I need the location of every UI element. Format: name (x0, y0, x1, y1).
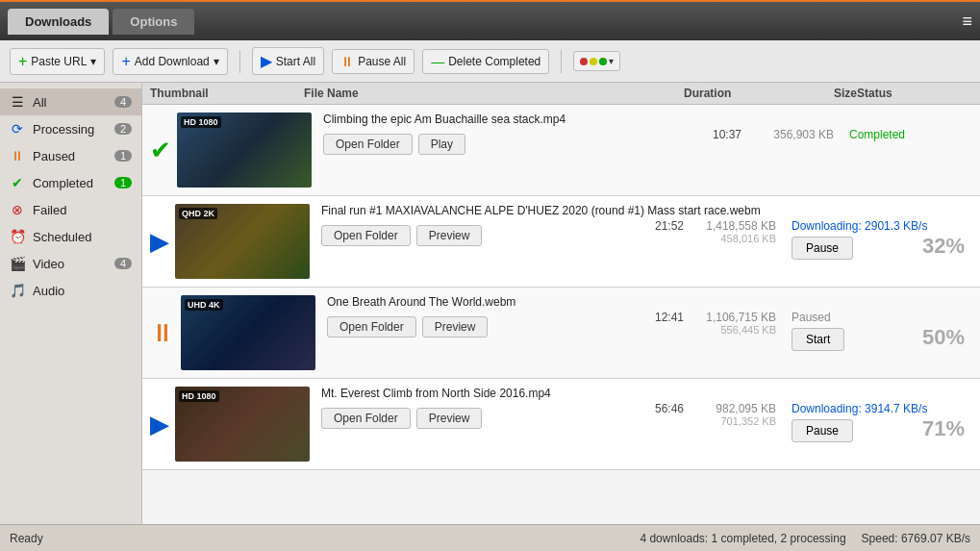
pause-btn-2[interactable]: Pause (792, 237, 853, 260)
scheduled-icon: ⏰ (10, 229, 25, 244)
dot-yellow (590, 58, 597, 65)
size-2: 1,418,558 KB (699, 219, 776, 233)
status-1: Completed (849, 128, 965, 141)
table-header: Thumbnail File Name Duration Size Status (142, 83, 980, 105)
completed-icon: ✔ (10, 175, 25, 190)
thumb-label-3: UHD 4K (185, 299, 223, 311)
duration-2: 21:52 (655, 219, 684, 233)
delete-icon: — (431, 54, 444, 69)
all-badge: 4 (114, 96, 132, 108)
status-icon-play-2: ▶ (150, 227, 169, 257)
failed-icon: ⊗ (10, 202, 25, 217)
audio-icon: 🎵 (10, 283, 25, 298)
speed-info: Speed: 6769.07 KB/s (862, 532, 970, 545)
preview-btn-3[interactable]: Preview (422, 316, 489, 338)
col-status: Status (857, 87, 972, 100)
size-4: 982,095 KB (699, 402, 776, 415)
thumb-label-2: QHD 2K (179, 208, 217, 219)
processing-badge: 2 (114, 123, 132, 135)
dots-arrow: ▾ (609, 56, 614, 66)
filename-3: One Breath Around The World.webm (327, 295, 972, 309)
add-download-button[interactable]: + Add Download ▾ (113, 48, 227, 75)
sidebar-item-failed[interactable]: ⊗ Failed (0, 196, 141, 223)
tab-downloads[interactable]: Downloads (8, 9, 109, 35)
col-thumbnail: Thumbnail (150, 87, 304, 100)
status-icon-pause-3: ⏸ (150, 318, 175, 348)
start-btn-3[interactable]: Start (792, 328, 844, 351)
sidebar-item-completed[interactable]: ✔ Completed 1 (0, 169, 141, 196)
thumb-label-1: HD 1080 (181, 116, 221, 128)
add-icon: + (121, 53, 130, 70)
status-icon-checkmark-1: ✔ (150, 136, 171, 165)
downloads-info: 4 downloads: 1 completed, 2 processing (640, 532, 845, 545)
delete-completed-button[interactable]: — Delete Completed (422, 49, 549, 74)
col-duration: Duration (684, 87, 761, 100)
tab-options[interactable]: Options (113, 9, 194, 35)
duration-4: 56:46 (655, 402, 684, 415)
thumbnail-2: QHD 2K (175, 204, 310, 279)
open-folder-btn-2[interactable]: Open Folder (321, 225, 411, 246)
toolbar: + Paste URL ▾ + Add Download ▾ ▶ Start A… (0, 40, 980, 83)
preview-btn-4[interactable]: Preview (416, 408, 483, 429)
paused-icon: ⏸ (10, 148, 25, 163)
video-badge: 4 (114, 258, 132, 269)
download-row-4: ▶ HD 1080 Mt. Everest Climb from North S… (142, 379, 980, 470)
sidebar-item-audio[interactable]: 🎵 Audio (0, 277, 141, 304)
thumbnail-4: HD 1080 (175, 387, 310, 462)
status-bar: Ready 4 downloads: 1 completed, 2 proces… (0, 524, 980, 551)
thumbnail-3: UHD 4K (181, 295, 315, 370)
size2-4: 701,352 KB (699, 415, 776, 427)
list-icon: ☰ (10, 94, 25, 110)
open-folder-btn-1[interactable]: Open Folder (323, 134, 413, 155)
status-right: 4 downloads: 1 completed, 2 processing S… (640, 532, 970, 545)
play-btn-1[interactable]: Play (418, 134, 465, 155)
start-all-button[interactable]: ▶ Start All (252, 47, 324, 75)
open-folder-btn-4[interactable]: Open Folder (321, 408, 411, 429)
hamburger-menu[interactable]: ≡ (962, 12, 972, 32)
title-bar: Downloads Options ≡ (0, 0, 980, 40)
separator-2 (561, 50, 562, 73)
status-4: Downloading: 3914.7 KB/s (792, 402, 965, 415)
duration-1: 10:37 (713, 128, 741, 141)
size2-3: 556,445 KB (699, 324, 776, 336)
ready-text: Ready (10, 532, 43, 545)
thumbnail-1: HD 1080 (177, 113, 312, 188)
sidebar-item-all[interactable]: ☰ All 4 (0, 88, 141, 115)
progress-3: 50% (922, 325, 965, 350)
size2-2: 458,016 KB (699, 233, 776, 244)
play-icon: ▶ (261, 52, 272, 70)
pause-btn-4[interactable]: Pause (792, 419, 853, 442)
preview-btn-2[interactable]: Preview (416, 225, 483, 246)
dot-red (580, 58, 588, 65)
dots-menu-button[interactable]: ▾ (573, 51, 620, 71)
progress-4: 71% (922, 416, 965, 441)
video-icon: 🎬 (10, 256, 25, 271)
download-row-3: ⏸ UHD 4K One Breath Around The World.web… (142, 288, 980, 379)
pause-all-button[interactable]: ⏸ Pause All (332, 49, 415, 74)
progress-2: 32% (922, 234, 965, 259)
duration-3: 12:41 (655, 311, 684, 324)
col-size: Size (761, 87, 857, 100)
sidebar: ☰ All 4 ⟳ Processing 2 ⏸ Paused 1 ✔ Comp… (0, 83, 142, 524)
filename-1: Climbing the epic Am Buachaille sea stac… (323, 113, 972, 126)
sidebar-item-processing[interactable]: ⟳ Processing 2 (0, 115, 141, 142)
paused-badge: 1 (114, 150, 132, 162)
sidebar-item-paused[interactable]: ⏸ Paused 1 (0, 142, 141, 169)
sidebar-item-video[interactable]: 🎬 Video 4 (0, 250, 141, 277)
status-2: Downloading: 2901.3 KB/s (792, 219, 965, 233)
thumb-label-4: HD 1080 (179, 390, 219, 402)
plus-icon: + (18, 53, 27, 70)
size-1: 356,903 KB (757, 128, 834, 141)
pause-icon: ⏸ (340, 54, 354, 69)
processing-icon: ⟳ (10, 121, 25, 137)
separator-1 (239, 50, 240, 73)
downloads-content: Thumbnail File Name Duration Size Status… (142, 83, 980, 524)
size-3: 1,106,715 KB (699, 311, 776, 324)
open-folder-btn-3[interactable]: Open Folder (327, 316, 416, 338)
filename-2: Final run #1 MAXIAVALANCHE ALPE D'HUEZ 2… (321, 204, 972, 217)
filename-4: Mt. Everest Climb from North Side 2016.m… (321, 387, 972, 400)
download-row-1: ✔ HD 1080 Climbing the epic Am Buachaill… (142, 105, 980, 196)
download-row-2: ▶ QHD 2K Final run #1 MAXIAVALANCHE ALPE… (142, 196, 980, 288)
paste-url-button[interactable]: + Paste URL ▾ (10, 48, 105, 75)
sidebar-item-scheduled[interactable]: ⏰ Scheduled (0, 223, 141, 250)
